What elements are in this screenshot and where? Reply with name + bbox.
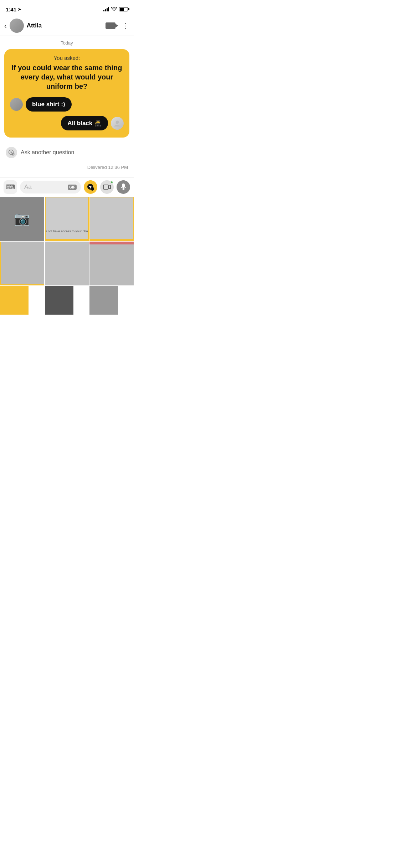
question-card: You asked: If you could wear the same th… xyxy=(4,49,129,138)
media-cell-3[interactable] xyxy=(0,242,44,286)
media-cell-5[interactable] xyxy=(89,242,134,286)
svg-point-4 xyxy=(11,154,11,155)
contact-avatar[interactable] xyxy=(10,19,24,33)
question-text: If you could wear the same thing every d… xyxy=(10,63,124,91)
text-input-wrapper[interactable]: Aa GIF xyxy=(20,181,81,193)
them-message-text: blue shirt :) xyxy=(32,101,65,108)
status-icons xyxy=(103,7,128,12)
battery-fill xyxy=(120,8,124,11)
camera-cell[interactable]: 📷 xyxy=(0,197,44,241)
date-label: Today xyxy=(4,36,129,49)
header-actions: ⋮ xyxy=(106,21,129,30)
media-cell-8[interactable] xyxy=(89,286,118,315)
status-time: 1:41 ➤ xyxy=(6,6,21,12)
back-chevron-icon: ‹ xyxy=(4,22,7,30)
microphone-button[interactable] xyxy=(117,180,130,194)
input-toolbar: ⌨ Aa GIF xyxy=(0,177,134,197)
signal-bars xyxy=(103,7,109,11)
contact-name[interactable]: Attila xyxy=(27,22,106,29)
more-options-button[interactable]: ⋮ xyxy=(122,21,129,30)
them-avatar xyxy=(10,98,23,111)
me-avatar xyxy=(111,117,124,130)
me-message-text: All black 🥷 xyxy=(67,120,102,126)
media-grid: 📷 This app does not have access to your … xyxy=(0,197,134,315)
location-icon: ➤ xyxy=(18,7,21,12)
svg-text:?: ? xyxy=(12,153,14,156)
media-cell-4[interactable] xyxy=(45,242,89,286)
battery-icon xyxy=(119,7,128,11)
gif-button[interactable]: GIF xyxy=(68,185,77,190)
message-row-them: blue shirt :) xyxy=(10,97,124,112)
keyboard-icon: ⌨ xyxy=(6,183,15,191)
ask-another-button[interactable]: ? Ask another question xyxy=(4,142,129,163)
back-button[interactable]: ‹ xyxy=(4,20,10,31)
ask-question-icon: ? xyxy=(6,147,17,158)
you-asked-label: You asked: xyxy=(10,55,124,61)
them-message-bubble: blue shirt :) xyxy=(26,97,72,112)
keyboard-button[interactable]: ⌨ xyxy=(4,180,17,194)
text-input[interactable]: Aa xyxy=(24,184,66,191)
svg-point-6 xyxy=(91,187,94,191)
chat-area: Today You asked: If you could wear the s… xyxy=(0,36,134,177)
video-camera-icon xyxy=(106,22,115,29)
media-cell-1[interactable]: This app does not have access to your ph… xyxy=(45,197,89,241)
message-row-me: All black 🥷 xyxy=(10,116,124,130)
camera-video-button[interactable] xyxy=(100,180,114,194)
svg-point-7 xyxy=(90,188,91,189)
svg-rect-9 xyxy=(122,184,125,188)
messages-in-card: blue shirt :) All black 🥷 xyxy=(10,97,124,130)
question-bubble-button[interactable] xyxy=(84,180,97,194)
svg-rect-8 xyxy=(103,185,108,189)
status-bar: 1:41 ➤ xyxy=(0,0,134,16)
time-label: 1:41 xyxy=(6,6,16,12)
wifi-icon xyxy=(111,7,117,12)
media-cell-7[interactable] xyxy=(45,286,73,315)
media-cell-2[interactable] xyxy=(89,197,134,241)
live-dot xyxy=(110,181,113,184)
video-call-button[interactable] xyxy=(106,22,115,29)
media-cell-6[interactable] xyxy=(0,286,29,315)
delivered-label: Delivered 12:36 PM xyxy=(4,163,129,177)
ask-another-label: Ask another question xyxy=(21,149,74,156)
chat-header: ‹ Attila ⋮ xyxy=(0,16,134,36)
svg-point-0 xyxy=(116,120,119,124)
no-access-text: This app does not have access to your ph… xyxy=(45,229,89,233)
camera-icon: 📷 xyxy=(14,211,30,226)
me-message-bubble: All black 🥷 xyxy=(61,116,108,130)
